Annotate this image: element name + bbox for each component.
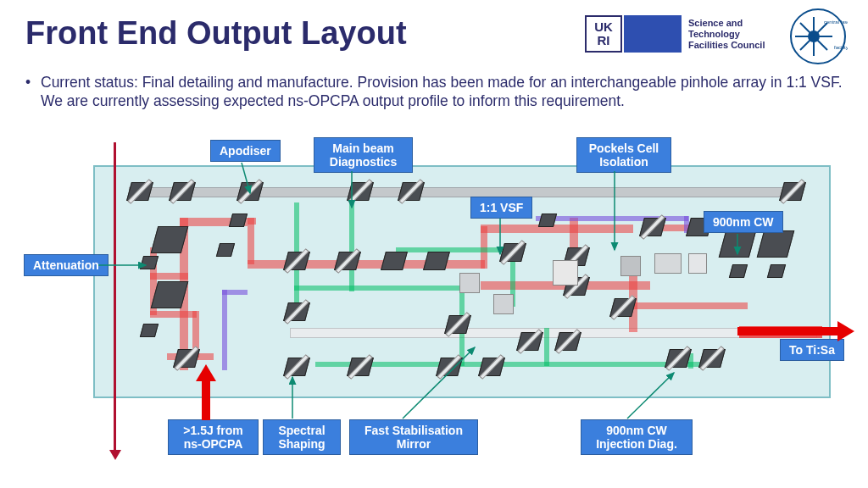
output-arrow — [737, 327, 839, 336]
label-faststab: Fast Stabilisation Mirror — [349, 419, 478, 455]
label-apodiser: Apodiser — [210, 140, 281, 162]
label-main-diag: Main beam Diagnostics — [314, 137, 413, 173]
input-arrow — [202, 380, 210, 420]
svg-line-6 — [800, 23, 814, 36]
optics-diagram — [93, 165, 831, 398]
label-tisa: To Ti:Sa — [780, 339, 844, 361]
svg-text:central laser: central laser — [824, 19, 848, 25]
label-vsf: 1:1 VSF — [470, 197, 532, 219]
svg-line-9 — [814, 23, 827, 36]
clf-logo: central laser facility — [788, 7, 848, 66]
stfc-bar — [624, 15, 682, 53]
label-input: >1.5J from ns-OPCPA — [168, 419, 259, 455]
label-pockels: Pockels Cell Isolation — [576, 137, 671, 173]
svg-line-7 — [814, 36, 827, 50]
status-bullet: Current status: Final detailing and manu… — [41, 73, 843, 110]
stfc-logo: UKRI Science and Technology Facilities C… — [585, 15, 765, 53]
svg-text:facility: facility — [834, 45, 848, 50]
input-flow-arrow — [114, 142, 116, 452]
label-attenuation: Attenuation — [24, 254, 108, 276]
label-cw: 900nm CW — [704, 211, 783, 233]
stfc-text: Science and Technology Facilities Counci… — [688, 18, 765, 51]
label-spectral: Spectral Shaping — [263, 419, 341, 455]
page-title: Front End Output Layout — [25, 15, 407, 52]
label-cwinj: 900nm CW Injection Diag. — [581, 419, 693, 455]
ukri-mark: UKRI — [585, 15, 622, 53]
svg-line-8 — [800, 36, 814, 50]
